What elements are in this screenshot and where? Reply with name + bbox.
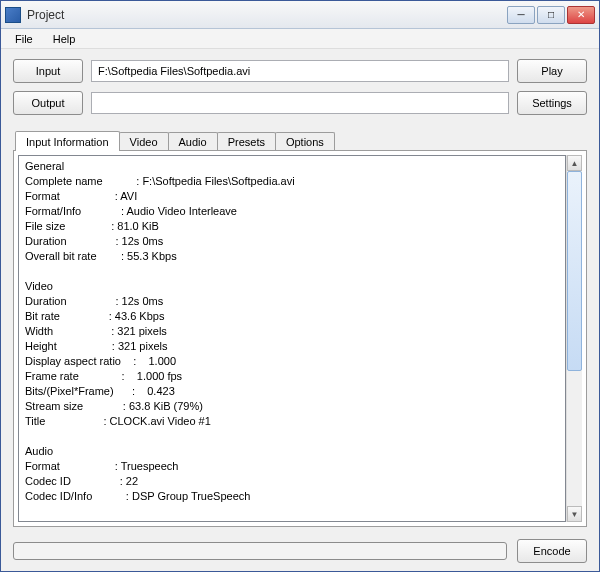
maximize-button[interactable]: □ bbox=[537, 6, 565, 24]
output-row: Output Settings bbox=[13, 91, 587, 115]
tab-options[interactable]: Options bbox=[275, 132, 335, 151]
tab-panel: General Complete name : F:\Softpedia Fil… bbox=[13, 150, 587, 527]
input-path-field[interactable] bbox=[91, 60, 509, 82]
titlebar[interactable]: Project ─ □ ✕ bbox=[1, 1, 599, 29]
media-info-text[interactable]: General Complete name : F:\Softpedia Fil… bbox=[18, 155, 566, 522]
play-button[interactable]: Play bbox=[517, 59, 587, 83]
bottom-row: Encode bbox=[13, 535, 587, 563]
tab-video[interactable]: Video bbox=[119, 132, 169, 151]
settings-button[interactable]: Settings bbox=[517, 91, 587, 115]
app-icon bbox=[5, 7, 21, 23]
app-window: Project ─ □ ✕ File Help Input Play Outpu… bbox=[0, 0, 600, 572]
tab-presets[interactable]: Presets bbox=[217, 132, 276, 151]
menu-file[interactable]: File bbox=[5, 31, 43, 47]
input-row: Input Play bbox=[13, 59, 587, 83]
minimize-button[interactable]: ─ bbox=[507, 6, 535, 24]
tab-input-information[interactable]: Input Information bbox=[15, 131, 120, 151]
tab-audio[interactable]: Audio bbox=[168, 132, 218, 151]
window-title: Project bbox=[27, 8, 507, 22]
tab-region: Input Information Video Audio Presets Op… bbox=[13, 129, 587, 527]
tab-strip: Input Information Video Audio Presets Op… bbox=[13, 129, 587, 151]
close-button[interactable]: ✕ bbox=[567, 6, 595, 24]
output-path-field[interactable] bbox=[91, 92, 509, 114]
scroll-thumb[interactable] bbox=[567, 171, 582, 371]
encode-button[interactable]: Encode bbox=[517, 539, 587, 563]
scroll-down-button[interactable]: ▼ bbox=[567, 506, 582, 522]
progress-bar bbox=[13, 542, 507, 560]
main-area: Input Play Output Settings Input Informa… bbox=[1, 49, 599, 571]
window-controls: ─ □ ✕ bbox=[507, 6, 595, 24]
scroll-up-button[interactable]: ▲ bbox=[567, 155, 582, 171]
scroll-track[interactable] bbox=[567, 171, 582, 506]
output-button[interactable]: Output bbox=[13, 91, 83, 115]
input-button[interactable]: Input bbox=[13, 59, 83, 83]
vertical-scrollbar[interactable]: ▲ ▼ bbox=[566, 155, 582, 522]
menu-help[interactable]: Help bbox=[43, 31, 86, 47]
menubar: File Help bbox=[1, 29, 599, 49]
